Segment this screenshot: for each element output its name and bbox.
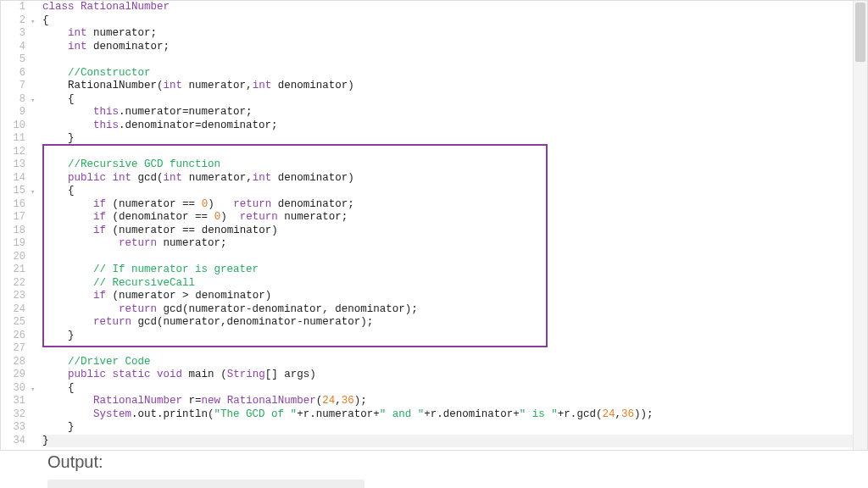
code-line[interactable] xyxy=(42,146,865,159)
fold-toggle-icon[interactable]: ▾ xyxy=(31,385,35,394)
line-number: 12 xyxy=(1,146,25,159)
line-number: 11 xyxy=(1,132,25,146)
line-number: 24 xyxy=(1,303,25,317)
code-area[interactable]: class RationalNumber{ int numerator; int… xyxy=(42,1,865,450)
code-line[interactable]: if (numerator == 0) return denominator; xyxy=(42,198,865,212)
code-line[interactable]: public static void main (String[] args) xyxy=(42,369,865,382)
output-panel: Output: Copy The GCD of 24 and 36 is 12 xyxy=(47,452,868,488)
code-line[interactable] xyxy=(42,53,865,67)
line-number: 32 xyxy=(1,408,25,422)
code-line[interactable]: int numerator; xyxy=(42,27,865,41)
code-line[interactable]: class RationalNumber xyxy=(42,1,865,14)
line-gutter: 1234567891011121314151617181920212223242… xyxy=(1,1,31,447)
code-line[interactable]: RationalNumber(int numerator,int denomin… xyxy=(42,80,865,93)
code-line[interactable]: // RecursiveCall xyxy=(42,277,865,291)
output-text: The GCD of 24 and 36 is 12 xyxy=(47,480,364,488)
code-line[interactable]: //Driver Code xyxy=(42,356,865,369)
line-number: 7 xyxy=(1,80,25,93)
line-number: 9 xyxy=(1,106,25,119)
line-number: 19 xyxy=(1,237,25,251)
code-line[interactable]: if (denominator == 0) return numerator; xyxy=(42,211,865,225)
scrollbar-thumb[interactable] xyxy=(855,3,865,62)
code-line[interactable]: { xyxy=(42,93,865,107)
line-number: 29 xyxy=(1,369,25,382)
code-line[interactable]: public int gcd(int numerator,int denomin… xyxy=(42,172,865,186)
code-line[interactable]: // If numerator is greater xyxy=(42,263,865,277)
line-number: 17 xyxy=(1,211,25,225)
line-number: 23 xyxy=(1,290,25,303)
line-number: 3 xyxy=(1,27,25,41)
code-line[interactable]: //Constructor xyxy=(42,67,865,80)
code-line[interactable]: if (numerator == denominator) xyxy=(42,225,865,238)
line-number: 4 xyxy=(1,41,25,54)
line-number: 18 xyxy=(1,225,25,238)
code-line[interactable]: RationalNumber r=new RationalNumber(24,3… xyxy=(42,395,865,408)
line-number: 25 xyxy=(1,316,25,330)
line-number: 20 xyxy=(1,251,25,264)
line-number: 1 xyxy=(1,1,25,14)
code-line[interactable]: return numerator; xyxy=(42,237,865,251)
line-number: 10 xyxy=(1,119,25,133)
code-line[interactable]: System.out.println("The GCD of "+r.numer… xyxy=(42,408,865,422)
code-line[interactable]: { xyxy=(42,382,865,396)
line-number: 22 xyxy=(1,277,25,291)
output-title: Output: xyxy=(47,452,103,472)
code-line[interactable]: this.denominator=denominator; xyxy=(42,119,865,133)
line-number: 30 xyxy=(1,382,25,396)
line-number: 31 xyxy=(1,395,25,408)
code-line[interactable] xyxy=(42,251,865,264)
fold-toggle-icon[interactable]: ▾ xyxy=(31,187,35,197)
code-line[interactable]: { xyxy=(42,185,865,198)
fold-toggle-icon[interactable]: ▾ xyxy=(31,96,35,105)
line-number: 16 xyxy=(1,198,25,212)
line-number: 8 xyxy=(1,93,25,107)
line-number: 5 xyxy=(1,53,25,67)
code-line[interactable]: } xyxy=(42,132,865,146)
code-line[interactable]: } xyxy=(42,421,865,435)
code-line[interactable]: if (numerator > denominator) xyxy=(42,290,865,303)
code-line[interactable]: return gcd(numerator,denominator-numerat… xyxy=(42,316,865,330)
line-number: 26 xyxy=(1,330,25,343)
line-number: 21 xyxy=(1,263,25,277)
line-number: 14 xyxy=(1,172,25,186)
code-line[interactable]: { xyxy=(42,14,865,28)
line-number: 34 xyxy=(1,435,25,448)
code-line[interactable]: int denominator; xyxy=(42,41,865,54)
line-number: 27 xyxy=(1,342,25,356)
code-line[interactable]: //Recursive GCD function xyxy=(42,158,865,172)
line-number: 2 xyxy=(1,14,25,28)
code-line[interactable]: this.numerator=numerator; xyxy=(42,106,865,119)
line-number: 6 xyxy=(1,67,25,80)
code-line[interactable]: } xyxy=(42,435,865,448)
line-number: 28 xyxy=(1,356,25,369)
code-editor[interactable]: 1234567891011121314151617181920212223242… xyxy=(0,0,868,451)
editor-scrollbar[interactable] xyxy=(853,1,867,450)
line-number: 13 xyxy=(1,158,25,172)
code-line[interactable] xyxy=(42,342,865,356)
code-line[interactable]: return gcd(numerator-denominator, denomi… xyxy=(42,303,865,317)
line-number: 33 xyxy=(1,421,25,435)
code-line[interactable]: } xyxy=(42,330,865,343)
line-number: 15 xyxy=(1,185,25,198)
fold-toggle-icon[interactable]: ▾ xyxy=(31,17,35,26)
